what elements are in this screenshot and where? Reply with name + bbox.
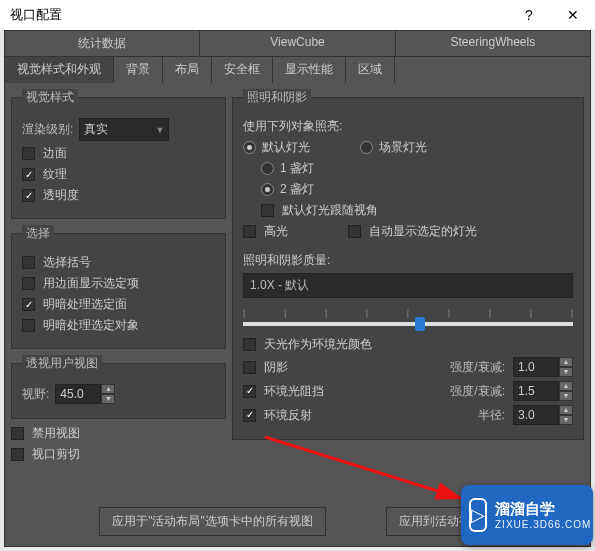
- visual-style-group: 视觉样式 渲染级别: 真实 ▼ 边面 纹理 透明度: [11, 89, 226, 219]
- tab-steeringwheels[interactable]: SteeringWheels: [396, 31, 590, 56]
- play-icon: ▷: [469, 498, 487, 532]
- tab-display-perf[interactable]: 显示性能: [273, 57, 346, 83]
- reflection-checkbox[interactable]: [243, 409, 256, 422]
- brackets-checkbox[interactable]: [22, 256, 35, 269]
- render-level-label: 渲染级别:: [22, 121, 73, 138]
- highlight-checkbox[interactable]: [243, 225, 256, 238]
- tab-background[interactable]: 背景: [114, 57, 163, 83]
- quality-label: 照明和阴影质量:: [243, 252, 573, 269]
- quality-slider[interactable]: |||||||||: [243, 308, 573, 326]
- texture-checkbox[interactable]: [22, 168, 35, 181]
- shade-selected-obj-checkbox[interactable]: [22, 319, 35, 332]
- auto-show-checkbox[interactable]: [348, 225, 361, 238]
- view-clip-checkbox[interactable]: [11, 448, 24, 461]
- tab-safeframe[interactable]: 安全框: [212, 57, 273, 83]
- quality-field[interactable]: 1.0X - 默认: [243, 273, 573, 298]
- two-light-radio[interactable]: [261, 183, 274, 196]
- intensity1-spinner[interactable]: 1.0▲▼: [513, 357, 573, 377]
- fov-label: 视野:: [22, 386, 49, 403]
- help-button[interactable]: ?: [507, 0, 551, 30]
- tab-visual-style[interactable]: 视觉样式和外观: [5, 57, 114, 83]
- transparency-checkbox[interactable]: [22, 189, 35, 202]
- radius-spinner[interactable]: 3.0▲▼: [513, 405, 573, 425]
- follow-view-checkbox[interactable]: [261, 204, 274, 217]
- disable-view-checkbox[interactable]: [11, 427, 24, 440]
- texture-label: 纹理: [43, 166, 67, 183]
- lighting-group: 照明和阴影 使用下列对象照亮: 默认灯光 场景灯光 1 盏灯 2 盏灯 默认灯光…: [232, 89, 584, 440]
- intensity2-spinner[interactable]: 1.5▲▼: [513, 381, 573, 401]
- scene-light-radio[interactable]: [360, 141, 373, 154]
- tab-stats[interactable]: 统计数据: [5, 31, 200, 56]
- watermark: ▷ 溜溜自学 ZIXUE.3D66.COM: [461, 485, 593, 545]
- spinner-up-icon[interactable]: ▲: [101, 384, 115, 394]
- perspective-legend: 透视用户视图: [22, 355, 102, 372]
- edges-checkbox[interactable]: [22, 147, 35, 160]
- default-light-radio[interactable]: [243, 141, 256, 154]
- illuminate-with-label: 使用下列对象照亮:: [243, 118, 573, 135]
- tab-viewcube[interactable]: ViewCube: [200, 31, 395, 56]
- skylight-checkbox[interactable]: [243, 338, 256, 351]
- edgefaces-checkbox[interactable]: [22, 277, 35, 290]
- shade-selected-checkbox[interactable]: [22, 298, 35, 311]
- visual-style-legend: 视觉样式: [22, 89, 78, 106]
- fov-spinner[interactable]: 45.0 ▲▼: [55, 384, 115, 404]
- tab-region[interactable]: 区域: [346, 57, 395, 83]
- close-button[interactable]: ✕: [551, 0, 595, 30]
- selection-legend: 选择: [22, 225, 54, 242]
- perspective-group: 透视用户视图 视野: 45.0 ▲▼: [11, 355, 226, 419]
- tab-layout[interactable]: 布局: [163, 57, 212, 83]
- shadow-checkbox[interactable]: [243, 361, 256, 374]
- render-level-select[interactable]: 真实 ▼: [79, 118, 169, 141]
- edges-label: 边面: [43, 145, 67, 162]
- apply-all-button[interactable]: 应用于"活动布局"选项卡中的所有视图: [99, 507, 326, 536]
- selection-group: 选择 选择括号 用边面显示选定项 明暗处理选定面 明暗处理选定对象: [11, 225, 226, 349]
- transparency-label: 透明度: [43, 187, 79, 204]
- spinner-down-icon[interactable]: ▼: [101, 394, 115, 404]
- window-title: 视口配置: [10, 6, 62, 24]
- slider-thumb[interactable]: [415, 317, 425, 331]
- one-light-radio[interactable]: [261, 162, 274, 175]
- chevron-down-icon: ▼: [155, 125, 164, 135]
- ao-checkbox[interactable]: [243, 385, 256, 398]
- lighting-legend: 照明和阴影: [243, 89, 311, 106]
